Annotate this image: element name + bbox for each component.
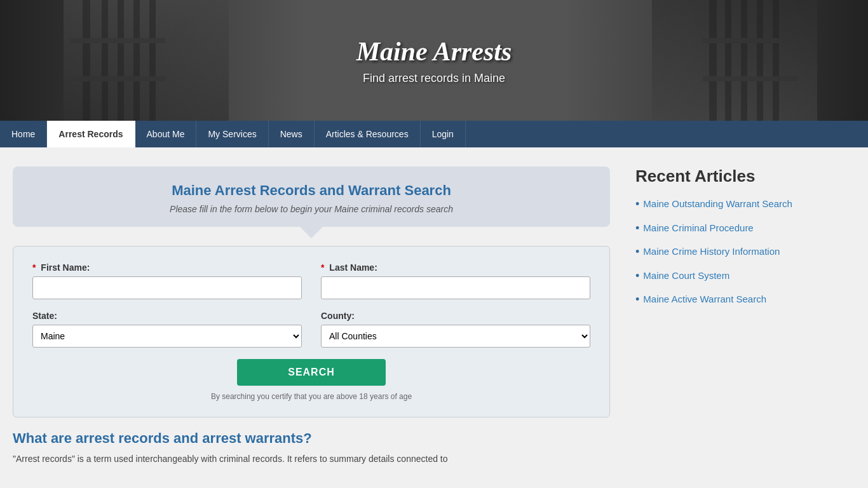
search-intro-card: Maine Arrest Records and Warrant Search … [13, 166, 610, 227]
svg-rect-5 [70, 38, 165, 43]
sidebar-title: Recent Articles [635, 166, 813, 186]
county-select[interactable]: All Counties [321, 325, 590, 348]
svg-rect-0 [83, 0, 90, 121]
nav-login[interactable]: Login [421, 121, 466, 147]
jail-bars-right [652, 0, 868, 121]
svg-rect-13 [703, 76, 798, 81]
first-name-label: * First Name: [32, 262, 302, 273]
article-section: What are arrest records and arrest warra… [13, 430, 610, 466]
svg-rect-4 [149, 0, 156, 121]
name-row: * First Name: * Last Name: [32, 262, 590, 299]
list-item: Maine Court System [635, 269, 813, 283]
jail-bars-left [0, 0, 216, 121]
last-name-required: * [321, 262, 324, 273]
list-item: Maine Active Warrant Search [635, 293, 813, 307]
list-item: Maine Outstanding Warrant Search [635, 198, 813, 212]
navbar: Home Arrest Records About Me My Services… [0, 121, 868, 147]
state-group: State: Maine [32, 311, 302, 348]
county-label: County: [321, 311, 590, 321]
svg-rect-2 [118, 0, 124, 121]
location-row: State: Maine County: All Counties [32, 311, 590, 348]
search-button[interactable]: SEARCH [237, 359, 386, 386]
nav-articles[interactable]: Articles & Resources [315, 121, 421, 147]
article-text: "Arrest records" is a term used intercha… [13, 452, 610, 466]
svg-rect-3 [133, 0, 140, 121]
nav-services[interactable]: My Services [196, 121, 268, 147]
search-btn-row: SEARCH [32, 359, 590, 386]
article-heading: What are arrest records and arrest warra… [13, 430, 610, 447]
first-name-required: * [32, 262, 36, 273]
county-group: County: All Counties [321, 311, 590, 348]
main-container: Maine Arrest Records and Warrant Search … [0, 147, 868, 485]
search-disclaimer: By searching you certify that you are ab… [32, 392, 590, 401]
sidebar-link-1[interactable]: Maine Outstanding Warrant Search [643, 198, 792, 210]
search-card-subtitle: Please fill in the form below to begin y… [32, 204, 591, 214]
last-name-label: * Last Name: [321, 262, 590, 273]
first-name-input[interactable] [32, 276, 302, 299]
hero-section: Maine Arrests Find arrest records in Mai… [0, 0, 868, 121]
svg-rect-9 [741, 0, 747, 121]
nav-news[interactable]: News [269, 121, 315, 147]
list-item: Maine Criminal Procedure [635, 222, 813, 236]
recent-articles-list: Maine Outstanding Warrant Search Maine C… [635, 198, 813, 307]
first-name-group: * First Name: [32, 262, 302, 299]
search-card-title: Maine Arrest Records and Warrant Search [32, 182, 591, 199]
hero-title: Maine Arrests [356, 36, 512, 67]
svg-rect-6 [70, 76, 165, 81]
state-select[interactable]: Maine [32, 325, 302, 348]
svg-rect-12 [703, 38, 798, 43]
sidebar: Recent Articles Maine Outstanding Warran… [623, 160, 826, 472]
list-item: Maine Crime History Information [635, 245, 813, 259]
hero-subtitle: Find arrest records in Maine [356, 72, 512, 85]
last-name-input[interactable] [321, 276, 590, 299]
nav-home[interactable]: Home [0, 121, 47, 147]
sidebar-link-4[interactable]: Maine Court System [643, 269, 729, 282]
sidebar-link-2[interactable]: Maine Criminal Procedure [643, 222, 753, 234]
nav-arrest-records[interactable]: Arrest Records [47, 121, 135, 147]
hero-content: Maine Arrests Find arrest records in Mai… [356, 36, 512, 85]
svg-rect-7 [709, 0, 717, 121]
sidebar-link-3[interactable]: Maine Crime History Information [643, 245, 780, 258]
sidebar-link-5[interactable]: Maine Active Warrant Search [643, 293, 766, 306]
svg-rect-10 [757, 0, 763, 121]
content-area: Maine Arrest Records and Warrant Search … [0, 160, 623, 472]
svg-rect-11 [773, 0, 779, 121]
svg-rect-8 [725, 0, 731, 121]
svg-rect-1 [102, 0, 108, 121]
search-form-card: * First Name: * Last Name: State: Main [13, 246, 610, 417]
state-label: State: [32, 311, 302, 321]
last-name-group: * Last Name: [321, 262, 590, 299]
nav-about-me[interactable]: About Me [135, 121, 197, 147]
